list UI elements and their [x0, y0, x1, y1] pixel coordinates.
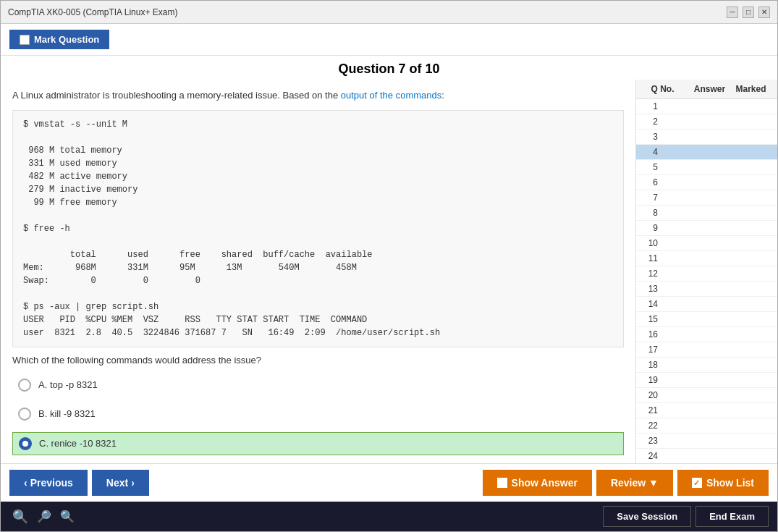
maximize-button[interactable]: □: [743, 7, 754, 18]
sidebar-row-num: 7: [642, 193, 664, 203]
minimize-button[interactable]: ─: [727, 7, 738, 18]
sidebar-row[interactable]: 8: [636, 206, 777, 221]
sidebar-row-answer: [664, 334, 718, 335]
sidebar-row-answer: [664, 182, 718, 183]
sidebar-row-marked: [718, 166, 772, 168]
sidebar-row-answer: [664, 273, 718, 274]
option-b-radio: [18, 408, 31, 421]
prev-arrow-icon: ‹: [24, 477, 28, 489]
sidebar-row-answer: [664, 136, 718, 138]
zoom-out-button[interactable]: 🔍: [9, 507, 31, 526]
sidebar-header: Q No. Answer Marked: [636, 80, 777, 99]
zoom-controls: 🔍 🔎 🔍: [9, 507, 77, 526]
sidebar-row-num: 13: [642, 284, 664, 294]
sidebar-row-answer: [664, 349, 718, 350]
sidebar-row-num: 10: [642, 238, 664, 248]
sidebar-row[interactable]: 4: [636, 145, 777, 160]
review-button[interactable]: Review ▼: [596, 470, 673, 496]
sidebar-row[interactable]: 5: [636, 160, 777, 175]
sidebar-row[interactable]: 1: [636, 99, 777, 114]
sidebar-row-answer: [664, 364, 718, 366]
sidebar-row-num: 24: [642, 451, 664, 461]
sidebar-row[interactable]: 7: [636, 190, 777, 206]
sidebar-row-answer: [664, 106, 718, 107]
sidebar-row-answer: [664, 303, 718, 305]
sidebar-row-answer: [664, 212, 718, 214]
sidebar-row[interactable]: 19: [636, 373, 777, 388]
sidebar-row[interactable]: 15: [636, 312, 777, 327]
sidebar-row-num: 17: [642, 345, 664, 355]
sidebar-row[interactable]: 6: [636, 175, 777, 190]
main-content: A Linux administrator is troubleshooting…: [1, 80, 777, 463]
option-c-label: C. renice -10 8321: [39, 438, 117, 449]
sidebar-row-marked: [718, 258, 772, 259]
zoom-in-button[interactable]: 🔍: [57, 508, 77, 525]
sidebar-row[interactable]: 3: [636, 130, 777, 145]
sidebar-row-marked: [718, 425, 772, 426]
sidebar-row[interactable]: 14: [636, 297, 777, 312]
show-answer-icon: [497, 478, 507, 488]
sidebar-row-num: 15: [642, 314, 664, 324]
mark-button-label: Mark Question: [34, 34, 99, 45]
sidebar-row-num: 22: [642, 421, 664, 431]
option-b-label: B. kill -9 8321: [38, 408, 96, 419]
mark-question-button[interactable]: Mark Question: [9, 30, 109, 49]
sidebar-row-num: 21: [642, 405, 664, 415]
sidebar-row[interactable]: 22: [636, 418, 777, 434]
sidebar-row[interactable]: 12: [636, 266, 777, 282]
option-c-radio: [19, 437, 32, 450]
window-controls: ─ □ ✕: [727, 7, 770, 18]
show-list-button[interactable]: ✓ Show List: [677, 470, 769, 496]
sidebar-row[interactable]: 10: [636, 236, 777, 251]
option-b[interactable]: B. kill -9 8321: [12, 403, 624, 425]
highlighted-text: output of the commands: [341, 90, 441, 101]
sidebar-row-answer: [664, 318, 718, 320]
show-answer-button[interactable]: Show Answer: [483, 470, 592, 496]
sidebar-row[interactable]: 11: [636, 251, 777, 266]
mark-checkbox-icon: [20, 35, 30, 45]
sidebar-row-num: 12: [642, 269, 664, 279]
question-prompt: Which of the following commands would ad…: [12, 355, 624, 366]
show-list-label: Show List: [706, 477, 754, 489]
sidebar-row-marked: [718, 364, 772, 366]
sidebar-row[interactable]: 17: [636, 342, 777, 358]
sidebar-row[interactable]: 16: [636, 327, 777, 342]
sidebar-row[interactable]: 2: [636, 114, 777, 130]
question-area: A Linux administrator is troubleshooting…: [1, 80, 636, 463]
zoom-fit-button[interactable]: 🔎: [34, 508, 54, 525]
sidebar-row-answer: [664, 121, 718, 122]
sidebar-row-num: 18: [642, 360, 664, 370]
sidebar-row-marked: [718, 303, 772, 305]
end-exam-button[interactable]: End Exam: [695, 506, 769, 527]
sidebar-row-marked: [718, 197, 772, 198]
end-label: End Exam: [709, 511, 755, 522]
close-button[interactable]: ✕: [758, 7, 770, 18]
sidebar-row-marked: [718, 212, 772, 214]
sidebar-row[interactable]: 21: [636, 403, 777, 418]
main-window: CompTIA XK0-005 (CompTIA Linux+ Exam) ─ …: [0, 0, 778, 532]
sidebar-row[interactable]: 20: [636, 388, 777, 403]
sidebar-col-qno: Q No.: [642, 84, 689, 94]
sidebar-row-num: 4: [642, 147, 664, 157]
sidebar-row[interactable]: 9: [636, 221, 777, 236]
sidebar-row-marked: [718, 273, 772, 274]
option-a[interactable]: A. top -p 8321: [12, 374, 624, 396]
sidebar-row-marked: [718, 182, 772, 183]
sidebar-row[interactable]: 18: [636, 358, 777, 373]
sidebar-row-answer: [664, 410, 718, 411]
code-block: $ vmstat -s --unit M 968 M total memory …: [12, 110, 624, 347]
sidebar-row-answer: [664, 166, 718, 168]
save-session-button[interactable]: Save Session: [603, 506, 691, 527]
sidebar-row-marked: [718, 334, 772, 335]
previous-button[interactable]: ‹ Previous: [9, 470, 88, 496]
sidebar-row[interactable]: 23: [636, 434, 777, 449]
review-label: Review: [611, 477, 646, 489]
sidebar-row[interactable]: 13: [636, 282, 777, 297]
review-arrow-icon: ▼: [648, 477, 659, 489]
sidebar-col-marked: Marked: [730, 84, 771, 94]
question-text: A Linux administrator is troubleshooting…: [12, 88, 624, 103]
option-c[interactable]: C. renice -10 8321: [12, 432, 624, 455]
sidebar-row[interactable]: 24: [636, 449, 777, 463]
next-button[interactable]: Next ›: [92, 470, 149, 496]
bottom-bar: ‹ Previous Next › Show Answer Review ▼ ✓…: [1, 463, 777, 502]
